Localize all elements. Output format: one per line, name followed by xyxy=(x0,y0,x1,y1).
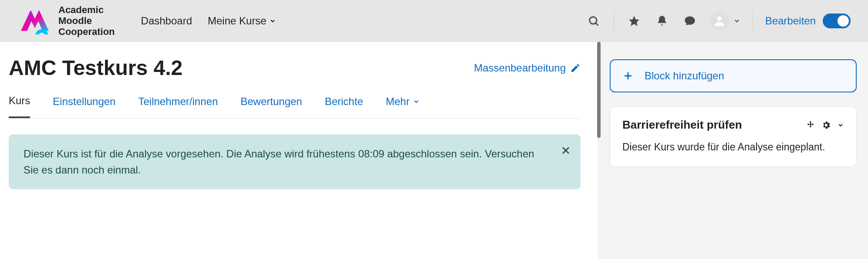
brand-line1: Academic xyxy=(58,4,115,15)
tab-grades-label: Bewertungen xyxy=(240,95,302,108)
tab-settings-label: Einstellungen xyxy=(53,95,115,108)
pencil-icon xyxy=(570,63,581,73)
chevron-down-icon xyxy=(733,17,740,24)
accessibility-block: Barrierefreiheit prüfen Dieser Kurs wurd… xyxy=(610,106,857,167)
main-content: AMC Testkurs 4.2 Massenbearbeitung Kurs … xyxy=(0,42,598,259)
tab-more-label: Mehr xyxy=(386,95,410,108)
brand-line3: Cooperation xyxy=(58,26,115,37)
tab-reports-label: Berichte xyxy=(325,95,363,108)
block-controls xyxy=(806,120,844,130)
avatar xyxy=(710,11,729,31)
block-header: Barrierefreiheit prüfen xyxy=(622,118,844,132)
add-block-button[interactable]: Block hinzufügen xyxy=(610,59,857,92)
page-title: AMC Testkurs 4.2 xyxy=(9,56,182,80)
move-icon[interactable] xyxy=(806,120,815,130)
search-icon xyxy=(588,15,600,27)
svg-point-3 xyxy=(717,16,722,21)
page-header: AMC Testkurs 4.2 Massenbearbeitung xyxy=(9,56,581,80)
svg-marker-2 xyxy=(629,16,639,26)
brand-line2: Moodle xyxy=(58,15,115,26)
svg-point-0 xyxy=(590,17,597,24)
mass-edit-label: Massenbearbeitung xyxy=(474,62,566,74)
edit-mode-toggle[interactable] xyxy=(823,14,851,28)
tab-more[interactable]: Mehr xyxy=(386,95,420,118)
tab-grades[interactable]: Bewertungen xyxy=(240,95,302,118)
messages-button[interactable] xyxy=(682,13,698,29)
tab-settings[interactable]: Einstellungen xyxy=(53,95,115,118)
user-icon xyxy=(713,14,726,28)
tab-participants-label: Teilnehmer/innen xyxy=(138,95,218,108)
alert-text: Dieser Kurs ist für die Analyse vorgeseh… xyxy=(24,148,534,176)
favourites-button[interactable] xyxy=(626,13,642,29)
plus-icon xyxy=(623,71,633,81)
layout: AMC Testkurs 4.2 Massenbearbeitung Kurs … xyxy=(0,42,868,259)
sidebar: Block hinzufügen Barrierefreiheit prüfen… xyxy=(598,42,868,259)
brand-text: Academic Moodle Cooperation xyxy=(58,4,115,37)
course-tabs: Kurs Einstellungen Teilnehmer/innen Bewe… xyxy=(9,95,581,119)
close-icon xyxy=(561,145,571,156)
divider xyxy=(614,10,614,31)
user-menu[interactable] xyxy=(710,11,740,31)
bell-icon xyxy=(656,15,668,27)
scrollbar-thumb[interactable] xyxy=(597,42,601,138)
edit-mode: Bearbeiten xyxy=(765,14,851,28)
speech-bubble-icon xyxy=(684,15,696,27)
block-body: Dieser Kurs wurde für die Analyse eingep… xyxy=(622,140,844,155)
chevron-down-icon[interactable] xyxy=(837,122,844,129)
tab-course[interactable]: Kurs xyxy=(9,95,30,118)
svg-line-1 xyxy=(596,23,598,25)
divider xyxy=(753,10,753,31)
nav-my-courses-label: Meine Kurse xyxy=(208,15,267,27)
navbar-right: Bearbeiten xyxy=(586,10,851,31)
navbar: Academic Moodle Cooperation Dashboard Me… xyxy=(0,0,868,42)
search-button[interactable] xyxy=(586,13,601,29)
chevron-down-icon xyxy=(413,98,420,105)
tab-participants[interactable]: Teilnehmer/innen xyxy=(138,95,218,118)
notifications-button[interactable] xyxy=(654,13,670,29)
star-icon xyxy=(628,15,640,27)
nav-dashboard[interactable]: Dashboard xyxy=(141,15,192,27)
chevron-down-icon xyxy=(269,17,276,24)
amc-logo-icon xyxy=(17,7,52,34)
mass-edit-link[interactable]: Massenbearbeitung xyxy=(474,62,581,74)
alert-close-button[interactable] xyxy=(561,144,571,160)
gear-icon[interactable] xyxy=(821,120,831,130)
nav-my-courses[interactable]: Meine Kurse xyxy=(208,15,276,27)
add-block-label: Block hinzufügen xyxy=(645,70,724,82)
nav-dashboard-label: Dashboard xyxy=(141,15,192,27)
block-title: Barrierefreiheit prüfen xyxy=(622,118,742,132)
tab-course-label: Kurs xyxy=(9,95,30,107)
primary-nav: Dashboard Meine Kurse xyxy=(141,15,276,27)
info-alert: Dieser Kurs ist für die Analyse vorgeseh… xyxy=(9,134,581,189)
tab-reports[interactable]: Berichte xyxy=(325,95,363,118)
edit-mode-label: Bearbeiten xyxy=(765,15,816,27)
brand[interactable]: Academic Moodle Cooperation xyxy=(17,4,115,37)
